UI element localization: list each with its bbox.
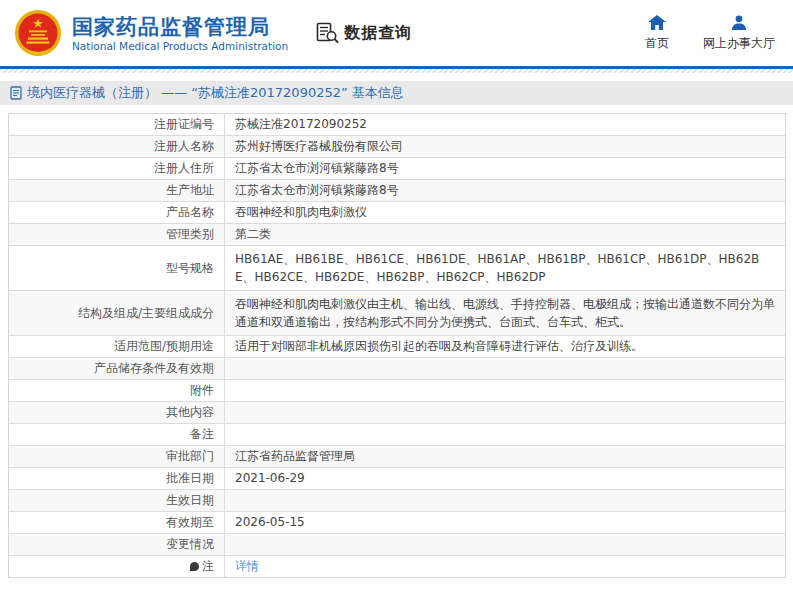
row-label: 适用范围/预期用途 bbox=[9, 336, 225, 357]
national-emblem-icon bbox=[14, 9, 62, 57]
row-value: 详情 bbox=[225, 556, 785, 577]
detail-link[interactable]: 详情 bbox=[235, 559, 259, 573]
table-row: 管理类别第二类 bbox=[9, 223, 785, 245]
user-icon bbox=[731, 15, 747, 30]
row-label: 结构及组成/主要组成成分 bbox=[9, 291, 225, 335]
doc-search-icon bbox=[316, 22, 340, 44]
row-label: 变更情况 bbox=[9, 534, 225, 555]
row-value bbox=[225, 365, 785, 373]
data-query-section[interactable]: 数据查询 bbox=[316, 22, 412, 44]
table-row: 审批部门江苏省药品监督管理局 bbox=[9, 445, 785, 467]
table-row: 生产地址江苏省太仓市浏河镇紫藤路8号 bbox=[9, 179, 785, 201]
table-row: 注详情 bbox=[9, 555, 785, 577]
row-value bbox=[225, 387, 785, 395]
row-value: HB61AE、HB61BE、HB61CE、HB61DE、HB61AP、HB61B… bbox=[225, 246, 785, 290]
row-label: 附件 bbox=[9, 380, 225, 401]
brand-subtitle: National Medical Products Administration bbox=[72, 40, 288, 53]
home-icon bbox=[648, 15, 666, 30]
table-row: 型号规格HB61AE、HB61BE、HB61CE、HB61DE、HB61AP、H… bbox=[9, 245, 785, 290]
table-row: 变更情况 bbox=[9, 533, 785, 555]
data-query-label: 数据查询 bbox=[344, 23, 412, 44]
table-row: 产品名称吞咽神经和肌肉电刺激仪 bbox=[9, 201, 785, 223]
header-hatch-strip bbox=[0, 69, 793, 73]
row-label: 注册人名称 bbox=[9, 136, 225, 157]
row-value: 吞咽神经和肌肉电刺激仪 bbox=[225, 202, 785, 223]
row-label: 生效日期 bbox=[9, 490, 225, 511]
note-icon bbox=[190, 562, 199, 571]
row-value: 江苏省药品监督管理局 bbox=[225, 446, 785, 467]
table-row: 注册证编号苏械注准20172090252 bbox=[9, 114, 785, 135]
row-label: 产品名称 bbox=[9, 202, 225, 223]
row-value: 适用于对咽部非机械原因损伤引起的吞咽及构音障碍进行评估、治疗及训练。 bbox=[225, 336, 785, 357]
row-label: 管理类别 bbox=[9, 224, 225, 245]
brand-text: 国家药品监督管理局 National Medical Products Admi… bbox=[72, 14, 288, 53]
table-row: 附件 bbox=[9, 379, 785, 401]
table-row: 备注 bbox=[9, 423, 785, 445]
info-table: 注册证编号苏械注准20172090252注册人名称苏州好博医疗器械股份有限公司注… bbox=[8, 113, 786, 578]
header-nav: 首页 网上办事大厅 bbox=[645, 15, 775, 52]
row-label: 其他内容 bbox=[9, 402, 225, 423]
row-value bbox=[225, 541, 785, 549]
table-row: 生效日期 bbox=[9, 489, 785, 511]
document-icon bbox=[10, 86, 22, 100]
row-label: 型号规格 bbox=[9, 246, 225, 290]
row-value: 吞咽神经和肌肉电刺激仪由主机、输出线、电源线、手持控制器、电极组成；按输出通道数… bbox=[225, 291, 785, 335]
table-row: 其他内容 bbox=[9, 401, 785, 423]
nmpa-logo[interactable]: 国家药品监督管理局 National Medical Products Admi… bbox=[14, 9, 288, 57]
page-title: 境内医疗器械（注册） —— “苏械注准20172090252” 基本信息 bbox=[27, 84, 404, 102]
row-value: 2026-05-15 bbox=[225, 512, 785, 533]
nav-service-hall-label: 网上办事大厅 bbox=[703, 35, 775, 52]
table-row: 适用范围/预期用途适用于对咽部非机械原因损伤引起的吞咽及构音障碍进行评估、治疗及… bbox=[9, 335, 785, 357]
row-value: 2021-06-29 bbox=[225, 468, 785, 489]
page-title-bar: 境内医疗器械（注册） —— “苏械注准20172090252” 基本信息 bbox=[0, 81, 793, 105]
table-row: 产品储存条件及有效期 bbox=[9, 357, 785, 379]
row-label: 注 bbox=[9, 556, 225, 577]
site-header: 国家药品监督管理局 National Medical Products Admi… bbox=[0, 0, 793, 69]
row-label: 注册证编号 bbox=[9, 114, 225, 135]
nav-item-service-hall[interactable]: 网上办事大厅 bbox=[703, 15, 775, 52]
row-label: 有效期至 bbox=[9, 512, 225, 533]
row-value bbox=[225, 431, 785, 439]
table-row: 有效期至2026-05-15 bbox=[9, 511, 785, 533]
nav-item-home[interactable]: 首页 bbox=[645, 15, 669, 52]
row-label: 审批部门 bbox=[9, 446, 225, 467]
row-label: 注册人住所 bbox=[9, 158, 225, 179]
row-label: 批准日期 bbox=[9, 468, 225, 489]
table-row: 批准日期2021-06-29 bbox=[9, 467, 785, 489]
nav-home-label: 首页 bbox=[645, 35, 669, 52]
row-value: 第二类 bbox=[225, 224, 785, 245]
table-row: 注册人名称苏州好博医疗器械股份有限公司 bbox=[9, 135, 785, 157]
row-value: 苏械注准20172090252 bbox=[225, 114, 785, 135]
brand-title: 国家药品监督管理局 bbox=[72, 14, 288, 40]
row-value bbox=[225, 497, 785, 505]
row-value: 江苏省太仓市浏河镇紫藤路8号 bbox=[225, 158, 785, 179]
row-label: 生产地址 bbox=[9, 180, 225, 201]
row-label: 产品储存条件及有效期 bbox=[9, 358, 225, 379]
row-value: 苏州好博医疗器械股份有限公司 bbox=[225, 136, 785, 157]
row-value bbox=[225, 409, 785, 417]
row-value: 江苏省太仓市浏河镇紫藤路8号 bbox=[225, 180, 785, 201]
table-row: 结构及组成/主要组成成分吞咽神经和肌肉电刺激仪由主机、输出线、电源线、手持控制器… bbox=[9, 290, 785, 335]
table-row: 注册人住所江苏省太仓市浏河镇紫藤路8号 bbox=[9, 157, 785, 179]
row-label: 备注 bbox=[9, 424, 225, 445]
